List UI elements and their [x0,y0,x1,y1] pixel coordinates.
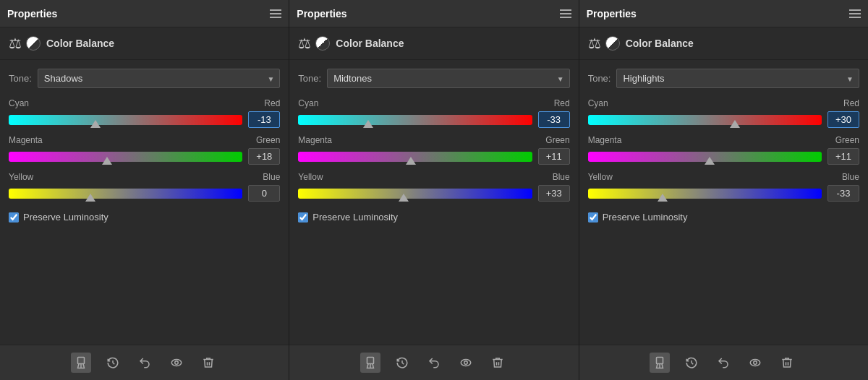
circle-icon [605,36,620,51]
slider-row-0 [588,111,859,128]
slider-right-label: Green [545,135,569,145]
slider-labels-1: Magenta Green [298,135,569,145]
trash-icon[interactable] [198,353,218,373]
slider-left-label: Magenta [9,135,43,145]
pin-icon[interactable] [71,353,91,373]
panel-title: Properties [7,8,57,20]
slider-right-label: Red [843,98,859,108]
eye-icon[interactable] [745,353,765,373]
value-input-0[interactable] [538,111,570,128]
preserve-checkbox[interactable] [298,212,308,223]
slider-right-label: Green [256,135,280,145]
panel-content: Tone: ShadowsMidtonesHighlights Cyan Red [0,60,289,345]
value-input-2[interactable] [248,185,280,202]
value-input-0[interactable] [248,111,280,128]
panel-content: Tone: ShadowsMidtonesHighlights Cyan Red [579,60,868,345]
svg-point-7 [464,361,468,365]
pin-icon[interactable] [360,353,380,373]
preserve-checkbox[interactable] [9,212,19,223]
cb-icon: ⚖ [9,35,41,52]
menu-icon[interactable] [270,9,281,18]
tone-label: Tone: [588,73,611,84]
panel-shadows: Properties ⚖ Color Balance Tone: Shadows… [0,0,289,380]
preserve-row: Preserve Luminosity [298,212,569,223]
color-balance-header: ⚖ Color Balance [0,27,289,60]
slider-thumb-1[interactable] [705,157,715,165]
slider-thumb-0[interactable] [363,120,373,128]
menu-icon[interactable] [560,9,571,18]
slider-group-1: Magenta Green [9,135,280,165]
undo-icon[interactable] [713,353,733,373]
value-input-1[interactable] [248,148,280,165]
slider-track-1[interactable] [298,152,532,162]
value-input-2[interactable] [538,185,570,202]
slider-thumb-2[interactable] [658,194,668,202]
slider-track-2[interactable] [298,189,532,199]
pin-icon[interactable] [650,353,670,373]
slider-row-1 [9,148,280,165]
slider-labels-1: Magenta Green [9,135,280,145]
slider-labels-0: Cyan Red [9,98,280,108]
slider-track-0[interactable] [298,115,532,125]
tone-select-wrapper[interactable]: ShadowsMidtonesHighlights [38,69,281,88]
tone-select-wrapper[interactable]: ShadowsMidtonesHighlights [327,69,570,88]
trash-icon[interactable] [488,353,508,373]
slider-group-2: Yellow Blue [588,172,859,202]
menu-icon[interactable] [849,9,861,18]
slider-thumb-2[interactable] [85,194,95,202]
panel-footer [579,345,868,380]
tone-label: Tone: [298,73,321,84]
panel-title: Properties [297,8,346,20]
value-input-1[interactable] [827,148,859,165]
history-icon[interactable] [103,353,123,373]
tone-select[interactable]: ShadowsMidtonesHighlights [327,69,570,88]
slider-thumb-0[interactable] [730,120,740,128]
slider-track-0[interactable] [588,115,822,125]
preserve-label: Preserve Luminosity [312,212,398,223]
preserve-checkbox[interactable] [588,212,598,223]
svg-point-2 [171,360,182,366]
undo-icon[interactable] [424,353,444,373]
cb-icon: ⚖ [588,35,620,52]
eye-icon[interactable] [166,353,187,373]
undo-icon[interactable] [135,353,155,373]
preserve-row: Preserve Luminosity [588,212,859,223]
value-input-1[interactable] [538,148,570,165]
svg-point-10 [751,360,761,366]
slider-group-1: Magenta Green [588,135,859,165]
value-input-0[interactable] [827,111,859,128]
tone-select[interactable]: ShadowsMidtonesHighlights [38,69,281,88]
slider-thumb-2[interactable] [399,194,409,202]
slider-container-0 [298,115,532,125]
slider-labels-2: Yellow Blue [9,172,280,182]
slider-track-0[interactable] [9,115,242,125]
history-icon[interactable] [392,353,412,373]
color-balance-header: ⚖ Color Balance [579,27,868,60]
panel-header: Properties [579,0,868,27]
tone-select-wrapper[interactable]: ShadowsMidtonesHighlights [616,69,859,88]
slider-container-2 [298,189,532,199]
slider-thumb-1[interactable] [406,157,416,165]
slider-container-1 [588,152,822,162]
slider-track-2[interactable] [588,189,822,199]
slider-track-2[interactable] [9,189,242,199]
scale-icon: ⚖ [9,35,22,52]
slider-container-0 [588,115,822,125]
slider-container-1 [298,152,532,162]
slider-thumb-0[interactable] [90,120,101,128]
color-balance-header: ⚖ Color Balance [289,27,578,60]
history-icon[interactable] [681,353,702,373]
svg-point-3 [174,361,178,365]
slider-thumb-1[interactable] [102,157,112,165]
trash-icon[interactable] [777,353,797,373]
value-input-2[interactable] [827,185,859,202]
slider-track-1[interactable] [588,152,822,162]
slider-row-2 [298,185,569,202]
eye-icon[interactable] [456,353,476,373]
tone-select[interactable]: ShadowsMidtonesHighlights [616,69,859,88]
panel-content: Tone: ShadowsMidtonesHighlights Cyan Red [289,60,578,345]
slider-track-1[interactable] [9,152,242,162]
slider-left-label: Yellow [9,172,33,182]
tone-label: Tone: [9,73,32,84]
tone-row: Tone: ShadowsMidtonesHighlights [298,69,569,88]
